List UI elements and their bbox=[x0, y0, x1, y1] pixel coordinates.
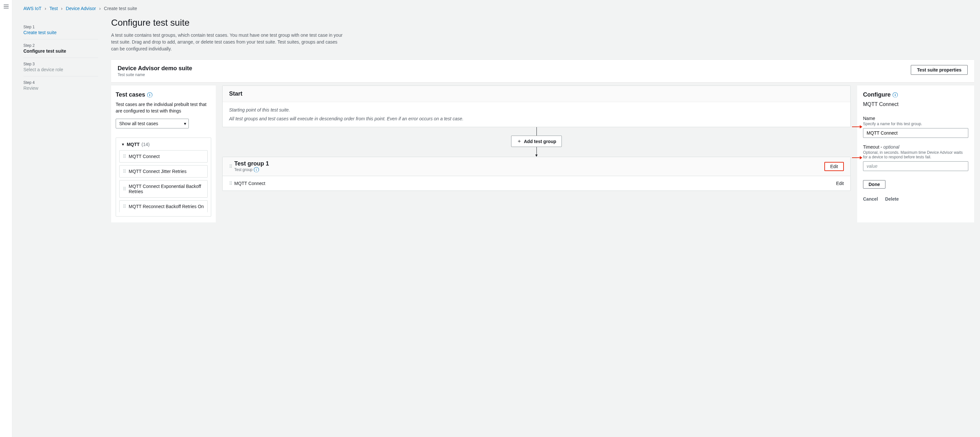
add-test-group-button[interactable]: ＋ Add test group bbox=[511, 136, 562, 147]
step-select-device-role: Select a device role bbox=[23, 67, 98, 72]
breadcrumb-aws-iot[interactable]: AWS IoT bbox=[23, 6, 41, 11]
page-description: A test suite contains test groups, which… bbox=[111, 32, 345, 53]
step-number: Step 4 bbox=[23, 80, 98, 85]
done-button[interactable]: Done bbox=[863, 180, 885, 188]
drag-handle-icon[interactable]: ⠿ bbox=[123, 186, 126, 191]
test-case-item[interactable]: ⠿ MQTT Connect Jitter Retries bbox=[119, 165, 208, 177]
add-test-group-label: Add test group bbox=[524, 139, 556, 144]
breadcrumb-device-advisor[interactable]: Device Advisor bbox=[66, 6, 96, 11]
cancel-button[interactable]: Cancel bbox=[863, 195, 878, 204]
configure-subject: MQTT Connect bbox=[863, 101, 968, 107]
edit-test-group-button[interactable]: Edit bbox=[824, 162, 844, 171]
name-input[interactable] bbox=[863, 128, 968, 138]
start-node-line2: All test groups and test cases will exec… bbox=[229, 115, 844, 122]
chevron-right-icon: › bbox=[61, 6, 63, 11]
edit-test-case-button[interactable]: Edit bbox=[836, 181, 844, 186]
test-case-label: MQTT Connect bbox=[129, 154, 159, 159]
start-node-line1: Starting point of this test suite. bbox=[229, 107, 844, 113]
step-number: Step 3 bbox=[23, 62, 98, 66]
test-case-label: MQTT Reconnect Backoff Retries On bbox=[129, 204, 204, 209]
hamburger-icon bbox=[3, 4, 9, 9]
delete-button[interactable]: Delete bbox=[885, 195, 899, 204]
timeout-input[interactable] bbox=[863, 161, 968, 171]
test-case-item[interactable]: ⠿ MQTT Reconnect Backoff Retries On bbox=[119, 200, 208, 212]
drag-handle-icon[interactable]: ⠿ bbox=[229, 164, 232, 169]
breadcrumb: AWS IoT › Test › Device Advisor › Create… bbox=[23, 6, 974, 11]
test-case-label: MQTT Connect Jitter Retries bbox=[129, 169, 186, 174]
triangle-down-icon: ▼ bbox=[121, 142, 125, 146]
suite-name-label: Test suite name bbox=[118, 72, 192, 77]
drag-handle-icon[interactable]: ⠿ bbox=[123, 204, 126, 209]
test-cases-heading: Test cases bbox=[116, 91, 145, 98]
test-case-label: MQTT Connect Exponential Backoff Retries bbox=[129, 184, 204, 194]
annotation-arrow-icon bbox=[852, 124, 862, 129]
breadcrumb-current: Create test suite bbox=[104, 6, 137, 11]
test-cases-desc: Test cases are the individual prebuilt t… bbox=[116, 101, 211, 114]
test-case-item[interactable]: ⠿ MQTT Connect Exponential Backoff Retri… bbox=[119, 180, 208, 198]
test-case-item[interactable]: ⠿ MQTT Connect bbox=[119, 150, 208, 163]
step-number: Step 1 bbox=[23, 25, 98, 29]
drag-handle-icon[interactable]: ⠿ bbox=[123, 169, 126, 174]
test-case-group-toggle[interactable]: ▼ MQTT (14) bbox=[121, 142, 208, 147]
step-number: Step 2 bbox=[23, 43, 98, 48]
drag-handle-icon[interactable]: ⠿ bbox=[123, 154, 126, 159]
info-icon[interactable]: i bbox=[892, 93, 898, 97]
step-create-test-suite[interactable]: Create test suite bbox=[23, 30, 98, 35]
configure-heading: Configure bbox=[863, 91, 891, 98]
svg-marker-3 bbox=[860, 156, 862, 159]
wizard-steps: Step 1 Create test suite Step 2 Configur… bbox=[23, 18, 98, 222]
caret-down-icon: ▾ bbox=[184, 121, 186, 126]
chevron-right-icon: › bbox=[45, 6, 46, 11]
start-node-heading: Start bbox=[223, 86, 850, 102]
side-nav-toggle[interactable] bbox=[0, 0, 12, 437]
name-field-hint: Specify a name for this test group. bbox=[863, 121, 968, 126]
group-name: MQTT bbox=[127, 142, 140, 147]
annotation-arrow-icon bbox=[852, 155, 862, 160]
select-value: Show all test cases bbox=[116, 119, 189, 128]
timeout-field-hint: Optional, in seconds. Maximum time Devic… bbox=[863, 150, 968, 159]
suite-name: Device Advisor demo suite bbox=[118, 65, 192, 72]
chevron-right-icon: › bbox=[99, 6, 101, 11]
test-cases-filter-select[interactable]: Show all test cases ▾ bbox=[116, 119, 189, 128]
svg-marker-1 bbox=[860, 125, 862, 128]
info-icon[interactable]: i bbox=[147, 93, 153, 97]
group-count: (14) bbox=[142, 142, 150, 147]
test-group-case-label: MQTT Connect bbox=[234, 181, 265, 186]
breadcrumb-test[interactable]: Test bbox=[49, 6, 58, 11]
test-group-sub: Test group bbox=[234, 167, 253, 172]
test-suite-properties-button[interactable]: Test suite properties bbox=[911, 65, 968, 75]
step-review: Review bbox=[23, 86, 98, 91]
test-group-title: Test group 1 bbox=[234, 160, 269, 167]
step-configure-test-suite: Configure test suite bbox=[23, 48, 98, 54]
timeout-field-label: Timeout - optional bbox=[863, 144, 968, 150]
page-title: Configure test suite bbox=[111, 18, 974, 28]
info-icon[interactable]: i bbox=[254, 167, 259, 172]
plus-icon: ＋ bbox=[517, 138, 522, 145]
name-field-label: Name bbox=[863, 116, 968, 121]
drag-handle-icon[interactable]: ⠿ bbox=[229, 181, 232, 186]
